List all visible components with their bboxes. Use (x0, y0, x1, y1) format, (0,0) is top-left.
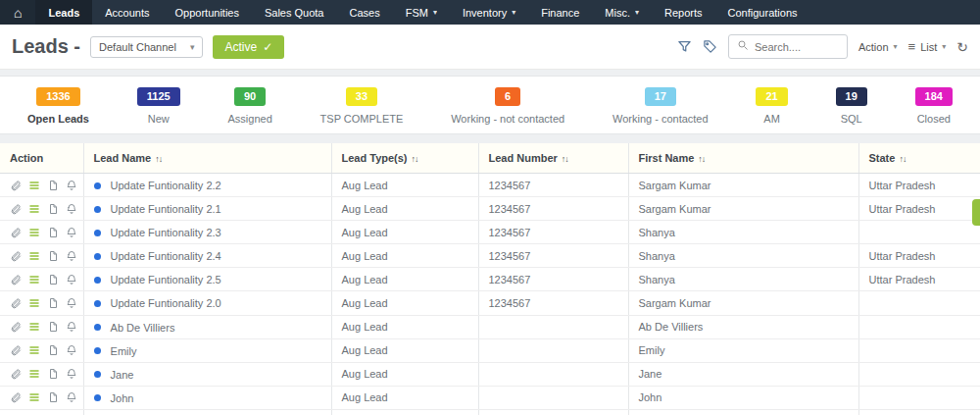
document-icon[interactable] (47, 368, 59, 380)
stat-working-not-contacted[interactable]: 6Working - not contacted (451, 87, 564, 125)
document-icon[interactable] (47, 180, 59, 191)
first-name-cell: Jane (628, 362, 858, 386)
stat-working-contacted[interactable]: 17Working - contacted (612, 87, 709, 125)
lead-name-link[interactable]: Update Funtionality 2.2 (111, 180, 221, 191)
column-header-lead-name[interactable]: Lead Name↑↓ (83, 143, 331, 174)
document-icon[interactable] (47, 250, 59, 262)
side-panel-tab[interactable] (972, 199, 980, 226)
document-icon[interactable] (47, 344, 59, 356)
paperclip-icon[interactable] (10, 203, 22, 215)
nav-item-sales-quota[interactable]: Sales Quota (252, 0, 337, 25)
lead-type-cell: Aug Lead (331, 409, 478, 415)
bell-icon[interactable] (66, 250, 77, 262)
list-icon[interactable] (28, 250, 40, 262)
list-icon[interactable] (28, 368, 40, 380)
paperclip-icon[interactable] (10, 227, 22, 238)
document-icon[interactable] (47, 274, 59, 285)
lead-name-link[interactable]: John (111, 392, 134, 404)
lead-name-link[interactable]: Ab De Villiers (111, 322, 175, 334)
nav-item-misc[interactable]: Misc.▾ (592, 0, 652, 25)
document-icon[interactable] (47, 391, 59, 403)
bell-icon[interactable] (66, 368, 77, 380)
column-header-state[interactable]: State↑↓ (858, 143, 980, 174)
bell-icon[interactable] (66, 344, 77, 356)
paperclip-icon[interactable] (10, 321, 22, 333)
nav-item-inventory[interactable]: Inventory▾ (450, 0, 528, 25)
stat-open-leads[interactable]: 1336Open Leads (27, 87, 89, 125)
nav-item-opportunities[interactable]: Opportunities (163, 0, 252, 25)
list-icon[interactable] (28, 180, 40, 191)
nav-item-leads[interactable]: Leads (35, 0, 92, 25)
list-icon[interactable] (28, 274, 40, 285)
stat-closed[interactable]: 184Closed (915, 87, 953, 125)
bell-icon[interactable] (66, 227, 77, 238)
tag-icon[interactable] (703, 39, 717, 54)
lead-name-link[interactable]: Update Funtionality 2.4 (111, 250, 221, 262)
stat-assigned[interactable]: 90Assigned (228, 87, 272, 125)
state-cell (858, 409, 980, 415)
list-icon[interactable] (28, 227, 40, 238)
bell-icon[interactable] (66, 321, 77, 333)
action-cell (10, 203, 74, 215)
sort-icon[interactable]: ↑↓ (412, 154, 418, 164)
home-icon[interactable]: ⌂ (0, 0, 35, 25)
sort-icon[interactable]: ↑↓ (899, 154, 906, 164)
action-cell (10, 297, 74, 309)
paperclip-icon[interactable] (10, 250, 22, 262)
bell-icon[interactable] (66, 203, 77, 215)
paperclip-icon[interactable] (10, 297, 22, 309)
stat-count-badge: 33 (346, 87, 377, 106)
bell-icon[interactable] (66, 297, 77, 309)
nav-item-cases[interactable]: Cases (337, 0, 393, 25)
nav-item-accounts[interactable]: Accounts (92, 0, 162, 25)
document-icon[interactable] (47, 227, 59, 238)
table-row: Update Funtionality 2.3 Aug Lead 1234567… (0, 221, 980, 244)
list-icon[interactable] (28, 321, 40, 333)
paperclip-icon[interactable] (10, 391, 22, 403)
bell-icon[interactable] (66, 274, 77, 285)
list-icon[interactable] (28, 297, 40, 309)
lead-name-link[interactable]: Update Funtionality 2.1 (111, 203, 221, 215)
lead-name-link[interactable]: Jane (111, 369, 134, 381)
lead-status-dot (94, 371, 101, 378)
column-header-lead-number[interactable]: Lead Number↑↓ (478, 143, 628, 174)
leads-table-panel: ActionLead Name↑↓Lead Type(s)↑↓Lead Numb… (0, 143, 980, 415)
filter-icon[interactable] (677, 39, 692, 54)
column-header-first-name[interactable]: First Name↑↓ (628, 143, 858, 174)
action-dropdown[interactable]: Action ▾ (858, 41, 898, 53)
column-header-lead-type-s[interactable]: Lead Type(s)↑↓ (331, 143, 478, 174)
nav-item-fsm[interactable]: FSM▾ (393, 0, 450, 25)
paperclip-icon[interactable] (10, 274, 22, 285)
document-icon[interactable] (47, 321, 59, 333)
sort-icon[interactable]: ↑↓ (698, 154, 705, 164)
refresh-icon[interactable]: ↻ (956, 39, 968, 55)
lead-name-link[interactable]: Emily (111, 345, 137, 357)
list-view-dropdown[interactable]: ≡ List ▾ (908, 39, 947, 54)
paperclip-icon[interactable] (10, 344, 22, 356)
sort-icon[interactable]: ↑↓ (155, 154, 162, 164)
lead-name-link[interactable]: Update Funtionality 2.3 (111, 227, 221, 238)
active-filter-button[interactable]: Active ✓ (213, 35, 284, 59)
stat-new[interactable]: 1125New (137, 87, 180, 125)
search-input[interactable] (755, 41, 839, 53)
list-icon[interactable] (28, 344, 40, 356)
lead-name-link[interactable]: Update Funtionality 2.0 (111, 298, 221, 310)
list-icon[interactable] (28, 391, 40, 403)
document-icon[interactable] (47, 203, 59, 215)
sort-icon[interactable]: ↑↓ (562, 154, 568, 164)
nav-item-configurations[interactable]: Configurations (715, 0, 810, 25)
stat-tsp-complete[interactable]: 33TSP COMPLETE (320, 87, 404, 125)
lead-name-link[interactable]: Update Funtionality 2.5 (111, 274, 221, 285)
nav-item-reports[interactable]: Reports (652, 0, 715, 25)
document-icon[interactable] (47, 297, 59, 309)
lead-type-cell: Aug Lead (331, 197, 478, 221)
channel-select[interactable]: Default Channel ▾ (90, 36, 203, 58)
bell-icon[interactable] (66, 180, 77, 191)
nav-item-finance[interactable]: Finance (528, 0, 592, 25)
paperclip-icon[interactable] (10, 180, 22, 191)
paperclip-icon[interactable] (10, 368, 22, 380)
stat-sql[interactable]: 19SQL (836, 87, 867, 125)
list-icon[interactable] (28, 203, 40, 215)
stat-am[interactable]: 21AM (756, 87, 787, 125)
bell-icon[interactable] (66, 391, 77, 403)
